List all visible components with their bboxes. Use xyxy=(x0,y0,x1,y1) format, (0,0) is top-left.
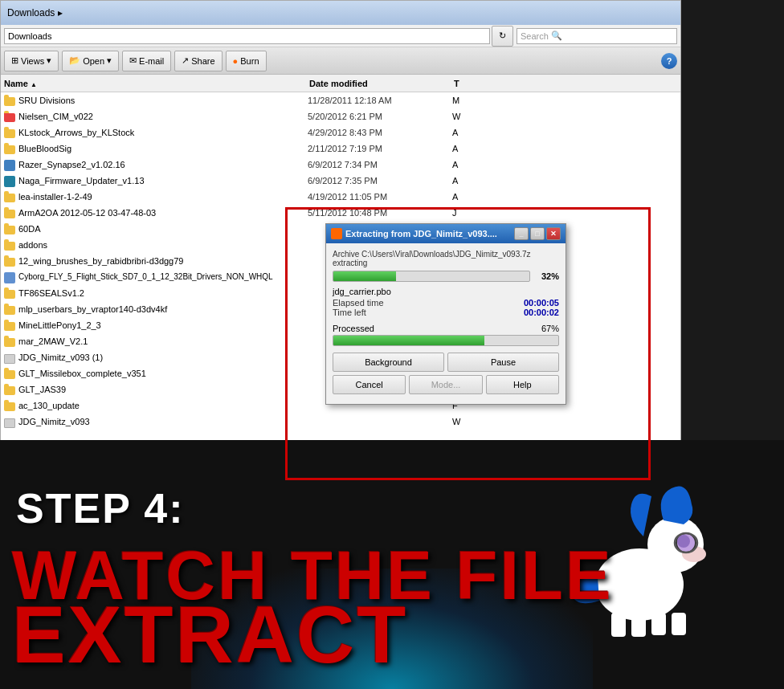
views-btn[interactable]: ⊞ Views ▾ xyxy=(4,51,59,71)
pause-button[interactable]: Pause xyxy=(447,353,559,372)
elapsed-label: Elapsed time xyxy=(333,298,384,308)
explorer-title: Downloads xyxy=(7,7,55,18)
title-controls: _ □ ✕ xyxy=(514,227,561,240)
list-item[interactable]: lea-installer-1-2-49 4/19/2012 11:05 PM … xyxy=(1,189,680,205)
folder-icon xyxy=(4,242,15,251)
list-item[interactable]: Nielsen_CIM_v022 5/20/2012 6:21 PM W xyxy=(1,108,680,124)
folder-icon xyxy=(4,145,15,154)
folder-icon xyxy=(4,370,15,379)
time-details: Elapsed time 00:00:05 Time left 00:00:02 xyxy=(333,298,559,317)
file-icon xyxy=(4,418,15,428)
search-box[interactable]: Search 🔍 xyxy=(517,28,677,44)
background-button[interactable]: Background xyxy=(333,353,444,372)
elapsed-value: 00:00:05 xyxy=(524,298,559,308)
extract-text: EXTRACT xyxy=(0,589,408,681)
search-placeholder: Search xyxy=(521,31,549,41)
file-icon xyxy=(4,354,15,364)
dialog-title-icon xyxy=(331,228,342,239)
folder-icon xyxy=(4,113,15,122)
share-btn[interactable]: ↗ Share xyxy=(174,51,222,71)
sort-arrow: ▲ xyxy=(31,81,37,88)
list-item[interactable]: ArmA2OA 2012-05-12 03-47-48-03 5/11/2012… xyxy=(1,205,680,221)
timeleft-row: Time left 00:00:02 xyxy=(333,308,559,317)
minimize-btn[interactable]: _ xyxy=(514,227,529,240)
list-item[interactable]: SRU Divisions 11/28/2011 12:18 AM M xyxy=(1,92,680,108)
refresh-btn[interactable]: ↻ xyxy=(492,26,513,47)
timeleft-value: 00:00:02 xyxy=(524,308,559,317)
time-info: Elapsed time 00:00:05 Time left 00:00:02 xyxy=(333,298,559,317)
file-icon xyxy=(4,272,15,283)
processed-progress-fill xyxy=(333,336,484,345)
dialog-title: Extracting from JDG_Nimitz_v093.... xyxy=(345,229,497,238)
list-item[interactable]: Razer_Synapse2_v1.02.16 6/9/2012 7:34 PM… xyxy=(1,157,680,173)
folder-icon xyxy=(4,402,15,411)
column-headers: Name ▲ Date modified T xyxy=(1,75,680,92)
folder-icon xyxy=(4,306,15,315)
file-progress-bar-bg xyxy=(333,271,530,282)
list-item[interactable]: Naga_Firmware_Updater_v1.13 6/9/2012 7:3… xyxy=(1,173,680,189)
archive-info: Archive C:\Users\Viral\Downloads\JDG_Nim… xyxy=(333,250,559,267)
app-icon xyxy=(4,176,15,187)
views-icon: ⊞ xyxy=(11,55,18,66)
email-icon: ✉ xyxy=(129,55,137,66)
svg-rect-6 xyxy=(611,613,626,637)
extract-dialog: Extracting from JDG_Nimitz_v093.... _ □ … xyxy=(325,223,566,405)
open-icon: 📂 xyxy=(69,55,80,66)
current-file-label: jdg_carrier.pbo xyxy=(333,287,559,296)
processed-progress-bg xyxy=(333,335,559,346)
folder-icon xyxy=(4,129,15,138)
folder-icon xyxy=(4,194,15,202)
folder-icon xyxy=(4,258,15,267)
folder-icon xyxy=(4,97,15,106)
step-text: STEP 4: xyxy=(16,484,185,532)
open-btn[interactable]: 📂 Open ▾ xyxy=(62,51,119,71)
app-icon xyxy=(4,160,15,171)
file-progress-pct: 32% xyxy=(535,271,559,281)
address-input[interactable]: Downloads xyxy=(4,28,490,44)
file-progress-bar-fill xyxy=(333,271,396,281)
dialog-buttons-row2: Cancel Mode... Help xyxy=(333,375,559,394)
share-icon: ↗ xyxy=(182,55,189,66)
processed-section: Processed 67% xyxy=(333,324,559,346)
svg-rect-7 xyxy=(631,613,646,637)
svg-rect-8 xyxy=(651,613,666,635)
address-text: Downloads xyxy=(8,31,51,41)
help-button[interactable]: Help xyxy=(486,375,559,394)
dialog-buttons-row1: Background Pause xyxy=(333,353,559,372)
col-type-header[interactable]: T xyxy=(454,79,677,88)
burn-btn[interactable]: ● Burn xyxy=(226,51,267,71)
close-btn[interactable]: ✕ xyxy=(546,227,561,240)
bottom-section: STEP 4: WATCH THE FILE EXTRACT xyxy=(0,440,784,689)
col-date-header[interactable]: Date modified xyxy=(309,79,454,88)
folder-icon xyxy=(4,210,15,218)
address-bar: Downloads ↻ Search 🔍 xyxy=(1,25,680,47)
archive-path: Archive C:\Users\Viral\Downloads\JDG_Nim… xyxy=(333,250,559,259)
folder-icon xyxy=(4,290,15,299)
email-btn[interactable]: ✉ E-mail xyxy=(122,51,171,71)
folder-icon xyxy=(4,226,15,234)
list-item[interactable]: BlueBloodSig 2/11/2012 7:19 PM A xyxy=(1,141,680,157)
list-item[interactable]: JDG_Nimitz_v093 W xyxy=(1,414,680,430)
folder-icon xyxy=(4,322,15,331)
explorer-titlebar: Downloads ▸ xyxy=(1,1,680,25)
timeleft-label: Time left xyxy=(333,308,366,317)
svg-point-4 xyxy=(677,535,690,548)
help-icon[interactable]: ? xyxy=(661,53,677,69)
dialog-titlebar: Extracting from JDG_Nimitz_v093.... _ □ … xyxy=(326,224,566,243)
list-item[interactable]: KLstock_Arrows_by_KLStock 4/29/2012 8:43… xyxy=(1,124,680,141)
file-progress-container: 32% xyxy=(333,271,559,282)
processed-pct: 67% xyxy=(541,324,559,333)
col-name-header[interactable]: Name ▲ xyxy=(4,79,309,88)
svg-rect-9 xyxy=(672,613,686,635)
dialog-body: Archive C:\Users\Viral\Downloads\JDG_Nim… xyxy=(326,243,566,404)
folder-icon xyxy=(4,338,15,347)
extracting-label: extracting xyxy=(333,259,559,267)
cancel-button[interactable]: Cancel xyxy=(333,375,406,394)
processed-label: Processed xyxy=(333,324,374,333)
elapsed-row: Elapsed time 00:00:05 xyxy=(333,298,559,308)
toolbar: ⊞ Views ▾ 📂 Open ▾ ✉ E-mail ↗ Share ● Bu… xyxy=(1,47,680,75)
maximize-btn[interactable]: □ xyxy=(530,227,545,240)
mode-button[interactable]: Mode... xyxy=(409,375,482,394)
processed-label-row: Processed 67% xyxy=(333,324,559,333)
folder-icon xyxy=(4,386,15,395)
